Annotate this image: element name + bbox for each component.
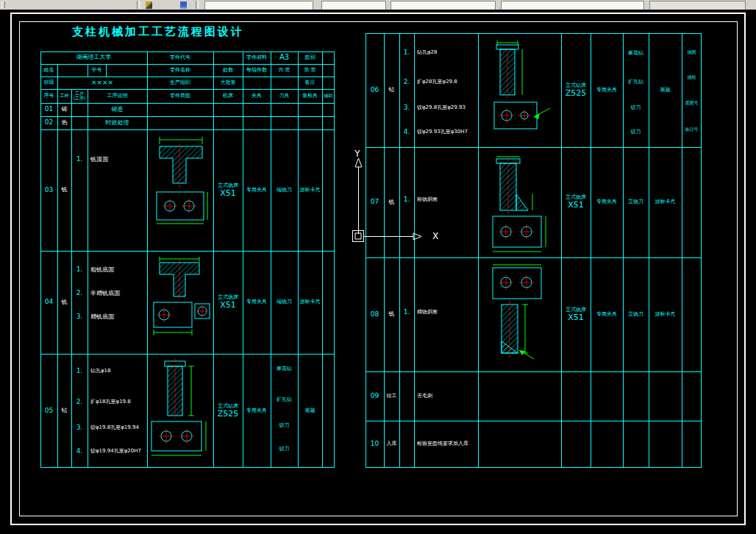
fixture: 专用夹具 [243,251,271,354]
margin-label: 装订号 [682,125,702,134]
step-desc: 扩φ18孔至φ19.8 [90,397,147,407]
step-number: 1. [71,154,88,165]
op-trade: 入库 [384,421,399,468]
part-material-label: 零件材料 [243,51,271,64]
toolbar-separator [196,1,199,9]
op-desc: 铸造 [88,103,147,116]
part-sketch-op07 [487,156,563,256]
production-org-label: 生产组织 [147,76,213,89]
fixture: 专用夹具 [243,354,271,468]
step-desc: 扩φ28孔至φ29.8 [417,77,477,88]
step-number: 1. [71,265,88,275]
tool: 麻花钻 [271,365,298,374]
op-trade: 热 [57,116,71,129]
toolbar-grip[interactable] [1,1,5,8]
step-number: 2. [71,288,88,299]
op-number: 09 [365,371,384,421]
step-number: 2. [399,77,414,88]
fixture: 专用夹具 [591,147,623,257]
step-number: 1. [399,48,414,58]
name-label: 姓名 [40,64,57,76]
machine-name: 立式铣床 [566,195,586,200]
op-desc: 时效处理 [88,116,147,129]
op-desc: 检验至图纸要求后入库 [417,421,513,468]
machine-model: Z525 [566,89,587,98]
fixture: 专用夹具 [591,257,623,371]
step-desc: 铰φ29.8孔至φ29.93 [417,103,477,113]
op-desc: 去毛刺 [417,371,505,421]
part-code-label: 零件代号 [147,51,213,64]
tool: 扩孔钻 [271,396,298,405]
machine-cell: 立式铣床 X51 [561,147,591,257]
op-trade: 钳工 [384,371,399,421]
col-sketch: 零件简图 [147,89,213,103]
machine-cell: 立式铣床 X51 [213,129,243,251]
step-number: 3. [399,103,414,113]
sheet-size: A3 [271,51,298,64]
ucs-y-label: Y [352,149,363,159]
tool: 扩孔钻 [623,78,649,87]
part-name-label: 零件名称 [147,64,213,76]
step-desc: 铰φ19.8孔至φ19.94 [90,423,147,432]
col-seq: 序号 [40,89,57,103]
op-trade: 铣 [57,129,71,251]
machine-cell: 立式钻床 Z525 [213,354,243,468]
step-number: 1. [399,307,414,318]
op-trade: 钻 [57,354,71,468]
part-sketch-op05 [146,357,212,461]
remark-label: 备注 [298,76,322,89]
machine-name: 立式铣床 [566,307,586,313]
gauge: 游标卡尺 [649,257,682,371]
class-value: ×××× [57,76,147,89]
per-group-label: 每组件数 [243,64,271,76]
col-tool: 刀具 [271,89,298,103]
tool: 铰刀 [623,128,649,137]
gauge: 游标卡尺 [298,129,322,251]
cad-application-window: 支柱机械加工工艺流程图设计 湖南理工大学 零件代号 零件材料 A3 图别 姓名 [0,0,756,534]
margin-label: 底图号 [682,99,702,107]
part-sketch-op08 [487,263,563,368]
tool: 立铣刀 [623,147,649,257]
step-desc: 半精铣底面 [90,288,147,299]
col-aux: 辅助 [322,89,335,103]
step-number: 2. [71,397,88,407]
step-desc: 钻孔φ28 [417,48,477,58]
tool: 麻花钻 [623,49,649,58]
step-desc: 铰φ29.93孔至φ30H7 [417,127,477,138]
op-number: 08 [365,257,384,371]
part-sketch-op04 [149,257,212,341]
step-desc: 粗铣底面 [90,265,147,275]
school-name: 湖南理工大学 [40,51,147,64]
col-trade: 工种 [57,89,71,103]
op-number: 01 [40,103,57,116]
step-number: 3. [71,423,88,432]
op-number: 04 [40,251,57,354]
machine-name: 立式钻床 [566,83,586,88]
step-number: 4. [71,446,88,456]
fixture: 专用夹具 [591,33,623,147]
op-number: 03 [40,129,57,251]
class-label: 班级 [40,76,57,89]
op-trade: 铣 [57,251,71,354]
toolbar-separator [137,1,140,9]
machine-model: X51 [568,201,584,210]
op-number: 10 [365,421,384,468]
col-step: 工步 (工序) [71,89,88,103]
machine-name: 立式铣床 [218,183,238,188]
machine-model: X51 [568,313,584,322]
page-no-label: 第 页 [298,64,322,76]
col-desc: 工序说明 [88,89,147,103]
ucs-x-label: X [429,230,441,242]
step-desc: 精铣斜面 [417,307,477,318]
student-no-label: 学号 [88,64,106,76]
total-pages-label: 共 页 [271,64,298,76]
zoom-tool-icon[interactable] [146,1,152,9]
step-number: 4. [399,127,414,138]
col-machine: 机床 [213,89,243,103]
margin-label: 描校 [682,73,702,82]
op-number: 06 [365,33,384,147]
machine-name: 立式铣床 [218,295,238,300]
help-tool-icon[interactable] [180,1,187,9]
batch-label: 大批量 [213,76,243,89]
tool: 立铣刀 [623,257,649,371]
